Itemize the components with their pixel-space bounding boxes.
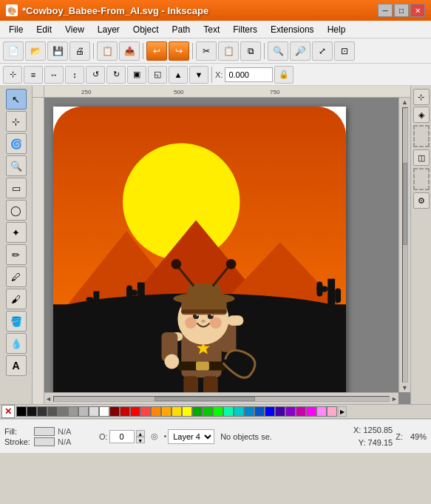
palette-color-00ffaa[interactable] (223, 406, 234, 417)
menu-item-layer[interactable]: Layer (92, 23, 126, 36)
canvas-area[interactable]: 250 500 750 ▲ ▼ ◄ ► (33, 86, 410, 404)
fill-swatch[interactable] (34, 427, 55, 436)
menu-item-view[interactable]: View (59, 23, 90, 36)
redo-button[interactable]: ↪ (169, 41, 189, 61)
palette-color-0000ff[interactable] (265, 406, 275, 417)
palette-color-333333[interactable] (37, 406, 47, 417)
palette-color-000000[interactable] (16, 406, 27, 417)
xml-editor-button[interactable]: ⊹ (413, 89, 430, 105)
flip-h-btn[interactable]: ↔ (44, 66, 64, 84)
fill-tool[interactable]: 🪣 (6, 311, 27, 332)
palette-color-ff88ff[interactable] (316, 406, 327, 417)
menu-item-help[interactable]: Help (322, 23, 352, 36)
copy-button[interactable]: ✂ (196, 41, 217, 61)
v-scroll-thumb[interactable] (403, 163, 407, 245)
zoom-fit-button[interactable]: ⤢ (312, 41, 333, 61)
duplicate-button[interactable]: ⧉ (240, 41, 261, 61)
maximize-button[interactable]: □ (394, 4, 409, 17)
palette-color-111111[interactable] (27, 406, 37, 417)
palette-color-555555[interactable] (47, 406, 58, 417)
palette-color-800000[interactable] (109, 406, 120, 417)
palette-color-ffdd00[interactable] (172, 406, 182, 417)
text-tool[interactable]: A (6, 355, 27, 376)
lower-btn[interactable]: ▼ (189, 66, 208, 84)
palette-color-cc0000[interactable] (120, 406, 130, 417)
rotate-cw-btn[interactable]: ↻ (106, 66, 126, 84)
stroke-swatch[interactable] (34, 437, 55, 446)
minimize-button[interactable]: ─ (378, 4, 393, 17)
group-btn[interactable]: ▣ (127, 66, 146, 84)
palette-color-ff00ff[interactable] (306, 406, 316, 417)
v-scroll-track[interactable] (402, 107, 408, 383)
tweak-tool[interactable]: 🌀 (6, 133, 27, 154)
calligraphy-tool[interactable]: 🖌 (6, 289, 27, 309)
save-button[interactable]: 💾 (47, 41, 68, 61)
node-btn[interactable]: ⊹ (3, 66, 22, 84)
close-button[interactable]: ✕ (410, 4, 425, 17)
paste-button[interactable]: 📋 (218, 41, 239, 61)
palette-color-ff4444[interactable] (140, 406, 151, 417)
opacity-down-button[interactable]: ▼ (136, 437, 145, 443)
menu-item-filters[interactable]: Filters (227, 23, 263, 36)
zoom-out-button[interactable]: 🔎 (290, 41, 310, 61)
select-tool[interactable]: ↖ (6, 89, 27, 110)
scroll-left-button[interactable]: ◄ (45, 395, 52, 403)
palette-color-ff0000[interactable] (130, 406, 140, 417)
no-color-button[interactable]: ✕ (1, 405, 15, 418)
palette-color-cc00aa[interactable] (296, 406, 306, 417)
menu-item-file[interactable]: File (3, 23, 29, 36)
palette-color-bbbbbb[interactable] (78, 406, 89, 417)
scroll-down-button[interactable]: ▼ (401, 384, 408, 392)
rotate-ccw-btn[interactable]: ↺ (86, 66, 105, 84)
menu-item-text[interactable]: Text (197, 23, 225, 36)
x-input[interactable] (225, 67, 273, 82)
palette-color-dddddd[interactable] (89, 406, 99, 417)
zoom-in-button[interactable]: 🔍 (268, 41, 288, 61)
h-scroll-track[interactable] (53, 396, 390, 402)
import-button[interactable]: 📋 (97, 41, 118, 61)
palette-color-ffaa00[interactable] (161, 406, 172, 417)
pencil-tool[interactable]: ✏ (6, 244, 27, 265)
zoom-select-button[interactable]: ⊡ (334, 41, 355, 61)
dropper-tool[interactable]: 💧 (6, 333, 27, 354)
flip-v-btn[interactable]: ↕ (65, 66, 84, 84)
palette-color-00aa00[interactable] (192, 406, 203, 417)
palette-expand-button[interactable]: ▶ (338, 406, 347, 417)
settings-panel-button[interactable]: ⚙ (413, 192, 430, 209)
palette-color-ff8800[interactable] (151, 406, 161, 417)
menu-item-edit[interactable]: Edit (30, 23, 58, 36)
node-tool[interactable]: ⊹ (6, 111, 27, 132)
menu-item-path[interactable]: Path (166, 23, 197, 36)
palette-color-777777[interactable] (58, 406, 68, 417)
palette-color-0055cc[interactable] (254, 406, 265, 417)
align-btn[interactable]: ≡ (24, 66, 43, 84)
open-button[interactable]: 📂 (25, 41, 46, 61)
align-panel-button[interactable]: ◈ (413, 107, 430, 123)
rect-tool[interactable]: ▭ (6, 178, 27, 198)
palette-color-ffffff[interactable] (99, 406, 109, 417)
palette-color-ffaacc[interactable] (327, 406, 337, 417)
menu-item-object[interactable]: Object (127, 23, 165, 36)
pen-tool[interactable]: 🖊 (6, 266, 27, 287)
undo-button[interactable]: ↩ (146, 41, 167, 61)
menu-item-extensions[interactable]: Extensions (265, 23, 320, 36)
new-button[interactable]: 📄 (3, 41, 24, 61)
palette-color-8800cc[interactable] (285, 406, 296, 417)
scroll-up-button[interactable]: ▲ (401, 98, 408, 106)
opacity-input[interactable] (109, 430, 135, 443)
palette-color-00cc00[interactable] (203, 406, 213, 417)
palette-color-999999[interactable] (68, 406, 78, 417)
palette-color-00cccc[interactable] (234, 406, 244, 417)
palette-color-0088cc[interactable] (244, 406, 254, 417)
ellipse-tool[interactable]: ◯ (6, 200, 27, 221)
export-button[interactable]: 📤 (119, 41, 140, 61)
opacity-up-button[interactable]: ▲ (136, 430, 145, 437)
ungroup-btn[interactable]: ◱ (148, 66, 167, 84)
h-scroll-thumb[interactable] (155, 397, 255, 401)
layer-select[interactable]: Layer 4 (168, 429, 214, 444)
palette-color-4400aa[interactable] (275, 406, 285, 417)
lock-btn[interactable]: 🔒 (274, 66, 293, 84)
star-tool[interactable]: ✦ (6, 222, 27, 243)
raise-btn[interactable]: ▲ (169, 66, 188, 84)
palette-color-ffff00[interactable] (182, 406, 192, 417)
